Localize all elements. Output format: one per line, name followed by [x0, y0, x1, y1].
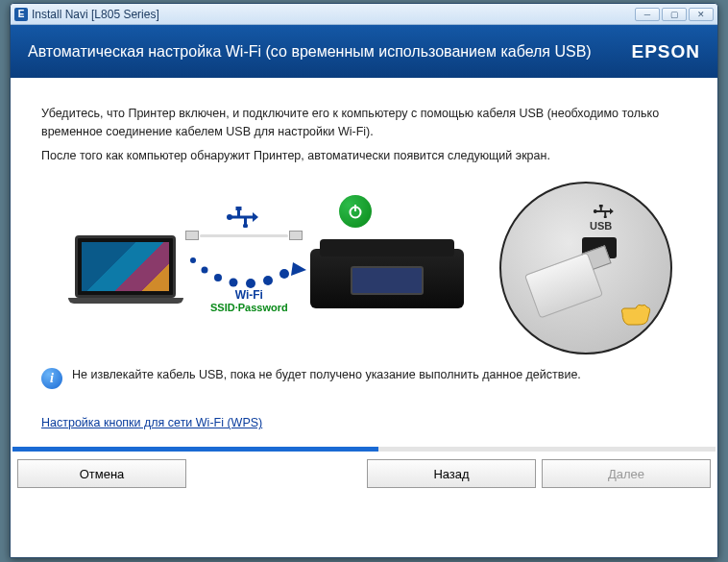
svg-rect-18 — [599, 205, 603, 208]
maximize-button[interactable]: ▢ — [662, 8, 687, 21]
note-text: Не извлекайте кабель USB, пока не будет … — [72, 368, 581, 381]
power-icon — [339, 195, 372, 228]
svg-point-12 — [279, 269, 289, 279]
minimize-button[interactable]: ─ — [635, 8, 660, 21]
connection-diagram: Wi-Fi SSID·Password USB — [41, 178, 687, 360]
printer-icon — [310, 235, 464, 308]
svg-point-20 — [604, 215, 607, 218]
svg-rect-16 — [595, 210, 610, 212]
wizard-header: Автоматическая настройка Wi-Fi (со време… — [11, 25, 717, 78]
svg-rect-1 — [230, 216, 253, 219]
svg-point-9 — [230, 279, 238, 287]
titlebar[interactable]: E Install Navi [L805 Series] ─ ▢ ✕ — [11, 4, 717, 25]
usb-cable-icon — [185, 228, 304, 243]
laptop-icon — [75, 235, 185, 307]
instruction-para-2: После того как компьютер обнаружит Принт… — [41, 147, 687, 165]
instruction-para-1: Убедитесь, что Принтер включен, и подклю… — [41, 105, 687, 141]
wps-setup-link[interactable]: Настройка кнопки для сети Wi-Fi (WPS) — [41, 416, 262, 429]
next-button: Далее — [542, 459, 711, 488]
window-controls: ─ ▢ ✕ — [635, 8, 714, 21]
content-area: Убедитесь, что Принтер включен, и подклю… — [11, 78, 717, 439]
progress-bar — [12, 447, 716, 452]
usb-port-detail: USB — [499, 182, 672, 354]
svg-rect-3 — [236, 207, 242, 210]
svg-point-10 — [246, 279, 255, 288]
svg-point-11 — [263, 276, 273, 285]
svg-point-7 — [202, 267, 208, 274]
wifi-dots-icon — [185, 253, 310, 291]
info-icon: i — [41, 368, 62, 389]
installer-window: E Install Navi [L805 Series] ─ ▢ ✕ Автом… — [10, 3, 718, 558]
page-title: Автоматическая настройка Wi-Fi (со време… — [28, 43, 631, 61]
back-button[interactable]: Назад — [367, 459, 536, 488]
wifi-label: Wi-Fi SSID·Password — [210, 288, 288, 313]
app-icon: E — [14, 8, 28, 21]
close-button[interactable]: ✕ — [689, 8, 714, 21]
progress-fill — [12, 447, 378, 452]
button-row: Отмена Назад Далее — [11, 452, 717, 494]
hand-pointer-icon — [619, 300, 651, 330]
brand-logo: EPSON — [631, 41, 700, 62]
cancel-button[interactable]: Отмена — [17, 459, 186, 488]
svg-point-6 — [190, 257, 196, 263]
window-title: Install Navi [L805 Series] — [32, 8, 159, 21]
warning-note: i Не извлекайте кабель USB, пока не буде… — [41, 368, 687, 389]
usb-port-label: USB — [590, 220, 612, 232]
svg-point-8 — [214, 274, 222, 281]
